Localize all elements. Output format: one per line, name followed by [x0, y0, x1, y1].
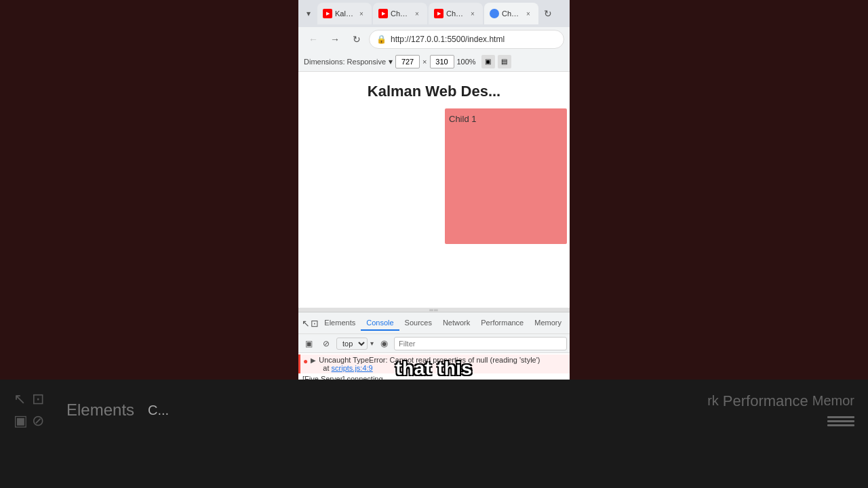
reload-icon: ↻ [544, 8, 552, 19]
refresh-button[interactable]: ↻ [347, 30, 366, 49]
console-filter-input[interactable] [394, 337, 567, 350]
tab-chan2[interactable]: Chan... × [429, 3, 483, 24]
subtitle-overlay: that this [298, 358, 570, 380]
lock-icon: 🔒 [376, 35, 387, 44]
tab-label-4: Chat... [502, 9, 521, 18]
bg-tab-separator: C... [148, 403, 169, 418]
url-text: http://127.0.0.1:5500/index.html [391, 35, 557, 44]
tab-favicon-youtube-1 [323, 9, 332, 18]
hamburger-line-3 [827, 424, 854, 426]
child-box-label: Child 1 [449, 114, 476, 124]
tab-kalm[interactable]: Kalm... × [317, 3, 372, 24]
device-toolbar-button[interactable]: ⊡ [310, 315, 319, 331]
forward-icon: → [330, 34, 340, 45]
bg-memory-text: Memor [812, 393, 854, 409]
hamburger-line-2 [827, 420, 854, 422]
tab-chat[interactable]: Chat... × [484, 3, 538, 24]
element-picker-button[interactable]: ↖ [301, 315, 310, 331]
page-body: Child 1 [298, 106, 570, 308]
tab-console[interactable]: Console [361, 316, 399, 331]
tab-sources[interactable]: Sources [399, 316, 437, 331]
navigation-bar: ← → ↻ 🔒 http://127.0.0.1:5500/index.html [298, 27, 570, 52]
toolbar-icon-2[interactable]: ▤ [498, 55, 511, 68]
dimensions-label: Dimensions: Responsive [304, 58, 386, 66]
tab-label-2: Chan... [391, 9, 410, 18]
tab-performance[interactable]: Performance [475, 316, 529, 331]
reload-page-button[interactable]: ↻ [540, 5, 556, 22]
bg-cursor-icon: ↖ [14, 390, 28, 408]
bg-right-controls: rk Performance Memor [707, 392, 854, 428]
tab-label-3: Chan... [446, 9, 465, 18]
toggle-sidebar-button[interactable]: ▣ [301, 336, 316, 351]
tab-label-1: Kalm... [335, 9, 354, 18]
address-bar[interactable]: 🔒 http://127.0.0.1:5500/index.html [369, 30, 564, 49]
context-select[interactable]: top [336, 338, 368, 350]
tab-dropdown-button[interactable]: ▾ [301, 6, 316, 21]
page-content-area: Kalman Web Des... Child 1 [298, 72, 570, 308]
bottom-background: ↖ ⊡ ▣ ⊘ Elements C... rk Performance Mem… [0, 380, 868, 488]
tab-network[interactable]: Network [437, 316, 475, 331]
bottom-elements-row: ↖ ⊡ ▣ ⊘ Elements C... rk Performance Mem… [0, 385, 868, 435]
bg-elements-text: Elements [66, 401, 134, 420]
bg-layers-icon: ⊡ [32, 390, 46, 408]
refresh-icon: ↻ [353, 34, 361, 45]
child-box: Child 1 [445, 108, 567, 244]
hamburger-line-1 [827, 416, 854, 418]
width-input[interactable] [395, 55, 420, 68]
bg-hamburger [827, 414, 854, 428]
tab-favicon-youtube-2 [378, 9, 388, 18]
tab-memory[interactable]: Memory [529, 316, 567, 331]
clear-console-button[interactable]: ⊘ [319, 336, 334, 351]
responsive-bar: Dimensions: Responsive ▾ × 100% ▣ ▤ [298, 52, 570, 72]
tab-bar: ▾ Kalm... × Chan... × Chan... × Chat... … [298, 0, 570, 27]
chevron-down-icon: ▾ [307, 9, 311, 18]
eye-button[interactable]: ◉ [376, 336, 391, 351]
subtitle-text: that this [395, 358, 472, 379]
tab-close-1[interactable]: × [357, 9, 366, 18]
bg-toggle-icon: ▣ [14, 412, 28, 430]
tab-elements[interactable]: Elements [319, 316, 361, 331]
bg-icon-grid: ↖ ⊡ ▣ ⊘ [14, 390, 46, 430]
tab-favicon-chat [490, 9, 499, 18]
back-icon: ← [309, 34, 318, 45]
bg-top-icons: rk Performance Memor [707, 392, 854, 410]
tab-favicon-youtube-3 [434, 9, 443, 18]
tab-close-2[interactable]: × [412, 9, 422, 18]
height-input[interactable] [430, 55, 454, 68]
dropdown-arrow-context: ▾ [370, 340, 374, 347]
tab-chan1[interactable]: Chan... × [373, 3, 427, 24]
tab-close-4[interactable]: × [524, 9, 533, 18]
console-toolbar: ▣ ⊘ top ▾ ◉ [298, 334, 570, 353]
back-button[interactable]: ← [304, 30, 323, 49]
bg-block-icon: ⊘ [32, 412, 46, 430]
zoom-level: 100% [457, 58, 476, 66]
devtools-tabs-bar: ↖ ⊡ Elements Console Sources Network Per… [298, 312, 570, 334]
dropdown-arrow-icon: ▾ [389, 57, 393, 66]
bg-network-icon: rk [707, 393, 719, 409]
dimension-separator: × [422, 58, 427, 66]
forward-button[interactable]: → [326, 30, 344, 49]
toolbar-icons-group: ▣ ▤ [481, 55, 511, 68]
page-title: Kalman Web Des... [298, 72, 570, 106]
tab-close-3[interactable]: × [468, 9, 477, 18]
toolbar-icon-1[interactable]: ▣ [481, 55, 495, 68]
bg-performance-text: Performance [723, 392, 808, 410]
